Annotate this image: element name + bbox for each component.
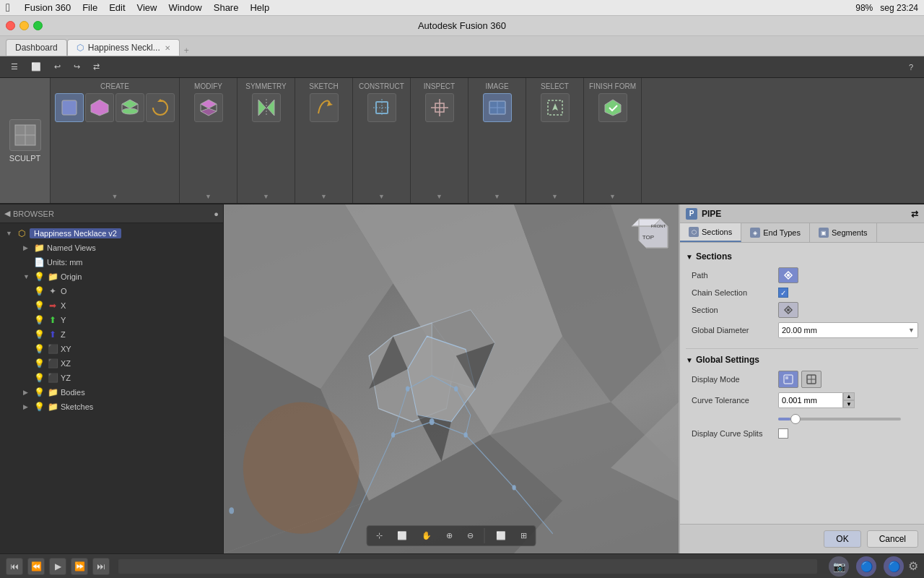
construct-group-arrow[interactable]: ▼ [357, 193, 406, 200]
curve-tolerance-slider-thumb[interactable] [790, 414, 801, 424]
viewport[interactable]: TOP FRONT ⊹ ⬜ ✋ ⊕ ⊖ ⬜ ⊞ [224, 204, 679, 553]
tool-construct[interactable] [367, 93, 396, 122]
path-picker-button[interactable] [778, 267, 798, 283]
playback-skip-back-button[interactable]: ⏮ [6, 558, 23, 575]
sketch-group-arrow[interactable]: ▼ [300, 193, 348, 200]
global-settings-section-header[interactable]: ▼ Global Settings [686, 352, 918, 368]
tool-rotate[interactable] [146, 93, 175, 122]
help-button[interactable]: ? [904, 61, 918, 74]
tree-item-z[interactable]: 💡 ⬆ Z [0, 327, 223, 342]
menu-edit[interactable]: Edit [109, 2, 125, 13]
redo-button[interactable]: ↪ [69, 60, 85, 74]
finish-form-group-arrow[interactable]: ▼ [588, 193, 637, 200]
playback-skip-forward-button[interactable]: ⏭ [92, 558, 110, 575]
tool-plane[interactable] [85, 93, 114, 122]
tree-item-y[interactable]: 💡 ⬆ Y [0, 313, 223, 327]
vp-zoom-out-button[interactable]: ⊖ [461, 528, 480, 543]
undo-button[interactable]: ↩ [49, 60, 66, 74]
tree-item-yz[interactable]: 💡 ⬛ YZ [0, 371, 223, 385]
menu-window[interactable]: Window [168, 2, 201, 13]
sections-collapse-icon: ▼ [686, 253, 693, 261]
vp-snap-button[interactable]: ⊹ [370, 528, 389, 543]
tree-item-bodies[interactable]: ▶ 💡 📁 Bodies [0, 385, 223, 400]
settings-button[interactable]: ⚙ [908, 559, 918, 573]
vp-display-button[interactable]: ⬜ [489, 528, 513, 543]
playback-step-back-button[interactable]: ⏪ [27, 558, 45, 575]
inspect-group-arrow[interactable]: ▼ [415, 193, 463, 200]
pipe-tab-sections[interactable]: ⬡ Sections [680, 223, 741, 242]
maximize-button[interactable] [33, 21, 43, 30]
menu-help[interactable]: Help [250, 2, 269, 13]
vp-fit-button[interactable]: ⬜ [391, 528, 414, 543]
global-diameter-select[interactable]: 20.00 mm ▼ [778, 322, 918, 338]
tree-item-origin[interactable]: ▼ 💡 📁 Origin [0, 269, 223, 284]
ok-button[interactable]: OK [824, 530, 860, 548]
tree-item-units[interactable]: 📄 Units: mm [0, 255, 223, 269]
tree-item-root[interactable]: ▼ ⬡ Happiness Necklace v2 [0, 226, 223, 241]
tool-mirror[interactable] [252, 93, 281, 122]
tool-box[interactable] [55, 93, 84, 122]
tree-item-sketches[interactable]: ▶ 💡 📁 Sketches [0, 400, 223, 414]
timeline-area[interactable] [118, 559, 817, 574]
tree-item-named-views[interactable]: ▶ 📁 Named Views [0, 241, 223, 255]
root-icon: ⬡ [16, 228, 27, 239]
cube-indicator[interactable]: TOP FRONT [628, 212, 671, 255]
cloud-icon-button[interactable]: 🔵 [884, 556, 904, 577]
chain-selection-checkbox[interactable]: ✓ [778, 288, 788, 298]
menu-share[interactable]: Share [214, 2, 239, 13]
menu-toggle-button[interactable]: ☰ [6, 60, 23, 74]
camera-icon-button[interactable]: 📷 [829, 556, 849, 577]
tool-select[interactable] [541, 93, 570, 122]
playback-step-forward-button[interactable]: ⏩ [71, 558, 88, 575]
display-curve-splits-checkbox[interactable] [778, 428, 788, 439]
tool-edit-form[interactable] [194, 93, 223, 122]
curve-tolerance-increment-button[interactable]: ▲ [843, 392, 855, 400]
tab-dashboard[interactable]: Dashboard [6, 39, 67, 56]
share-button[interactable]: ⇄ [88, 60, 105, 74]
pipe-expand-icon[interactable]: ⇄ [911, 209, 918, 219]
tab-necklace-label: Happiness Neckl... [88, 43, 160, 53]
display-mode-solid-button[interactable] [778, 371, 798, 388]
browser-options-icon[interactable]: ● [214, 210, 219, 218]
tool-finish-form[interactable] [598, 93, 627, 122]
select-group-arrow[interactable]: ▼ [531, 193, 579, 200]
record-icon-button[interactable]: 🔵 [856, 556, 876, 577]
pipe-tab-end-types[interactable]: ◈ End Types [741, 223, 810, 242]
save-button[interactable]: ⬜ [26, 60, 46, 74]
browser-collapse-icon[interactable]: ◀ [4, 209, 10, 218]
modify-group-arrow[interactable]: ▼ [184, 193, 232, 200]
tool-cylinder[interactable] [116, 93, 144, 122]
section-picker-button[interactable] [778, 302, 798, 318]
curve-tolerance-input[interactable]: 0.001 mm [778, 392, 843, 408]
tool-inspect[interactable] [425, 93, 454, 122]
tab-necklace[interactable]: ⬡ Happiness Neckl... ✕ [67, 39, 180, 56]
vp-zoom-in-button[interactable]: ⊕ [440, 528, 459, 543]
tree-item-o[interactable]: 💡 ✦ O [0, 284, 223, 298]
tree-item-xy[interactable]: 💡 ⬛ XY [0, 342, 223, 356]
origin-label: Origin [61, 272, 82, 281]
new-tab-button[interactable]: + [184, 46, 189, 56]
toolbar: ☰ ⬜ ↩ ↪ ⇄ ? [0, 56, 924, 78]
image-group-arrow[interactable]: ▼ [473, 193, 521, 200]
sections-section-header[interactable]: ▼ Sections [686, 249, 918, 264]
vp-grid-button[interactable]: ⊞ [514, 528, 533, 543]
close-button[interactable] [6, 21, 15, 30]
playback-play-button[interactable]: ▶ [49, 558, 66, 575]
tree-item-xz[interactable]: 💡 ⬛ XZ [0, 356, 223, 371]
curve-tolerance-decrement-button[interactable]: ▼ [843, 400, 855, 408]
tool-sketch[interactable] [310, 93, 339, 122]
tool-image[interactable] [483, 93, 512, 122]
tab-close-icon[interactable]: ✕ [165, 44, 170, 52]
cancel-button[interactable]: Cancel [867, 530, 918, 548]
pipe-tab-segments[interactable]: ▣ Segments [810, 223, 877, 242]
menu-view[interactable]: View [137, 2, 157, 13]
tree-item-x[interactable]: 💡 ➡ X [0, 298, 223, 313]
create-group-arrow[interactable]: ▼ [55, 193, 175, 200]
display-mode-wireframe-button[interactable] [801, 371, 821, 388]
symmetry-group-arrow[interactable]: ▼ [242, 193, 290, 200]
menu-fusion360[interactable]: Fusion 360 [25, 2, 71, 13]
menu-file[interactable]: File [82, 2, 97, 13]
apple-menu[interactable]:  [6, 1, 10, 14]
minimize-button[interactable] [19, 21, 29, 30]
vp-pan-button[interactable]: ✋ [415, 528, 438, 543]
